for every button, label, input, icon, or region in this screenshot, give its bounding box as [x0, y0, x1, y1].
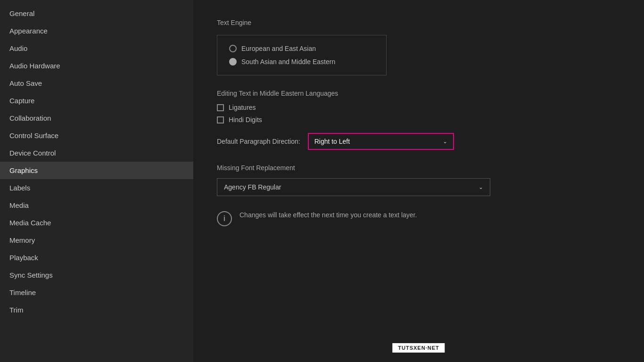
- radio-circle-south-asian: [229, 58, 237, 66]
- info-text: Changes will take effect the next time y…: [239, 210, 417, 220]
- sidebar-item-labels[interactable]: Labels: [0, 179, 193, 197]
- checkbox-box-hindi-digits: [217, 116, 224, 123]
- font-replacement-dropdown[interactable]: Agency FB Regular ⌄: [217, 178, 490, 196]
- info-note: i Changes will take effect the next time…: [217, 210, 620, 226]
- direction-row: Default Paragraph Direction: Right to Le…: [217, 133, 620, 150]
- sidebar-item-audio-hardware[interactable]: Audio Hardware: [0, 57, 193, 74]
- font-section: Missing Font Replacement Agency FB Regul…: [217, 164, 620, 196]
- font-section-title: Missing Font Replacement: [217, 164, 620, 172]
- watermark: TUTSXEN·NET: [392, 343, 445, 353]
- editing-section-title: Editing Text in Middle Eastern Languages: [217, 90, 620, 97]
- sidebar: GeneralAppearanceAudioAudio HardwareAuto…: [0, 0, 193, 362]
- sidebar-item-playback[interactable]: Playback: [0, 249, 193, 266]
- paragraph-direction-value: Right to Left: [314, 138, 350, 145]
- checkbox-box-ligatures: [217, 104, 224, 111]
- text-engine-title: Text Engine: [217, 19, 620, 26]
- checkbox-label-hindi-digits: Hindi Digits: [229, 116, 262, 123]
- info-icon-letter: i: [223, 214, 225, 223]
- radio-group: European and East Asian South Asian and …: [229, 45, 374, 66]
- sidebar-item-media-cache[interactable]: Media Cache: [0, 214, 193, 231]
- sidebar-item-control-surface[interactable]: Control Surface: [0, 127, 193, 144]
- main-content: Text Engine European and East Asian Sout…: [193, 0, 644, 362]
- radio-label-south-asian: South Asian and Middle Eastern: [241, 58, 335, 66]
- paragraph-direction-dropdown[interactable]: Right to Left ⌄: [308, 133, 454, 150]
- checkbox-group: Ligatures Hindi Digits: [217, 104, 620, 123]
- checkbox-hindi-digits[interactable]: Hindi Digits: [217, 116, 620, 123]
- sidebar-item-appearance[interactable]: Appearance: [0, 22, 193, 40]
- direction-label: Default Paragraph Direction:: [217, 138, 300, 145]
- font-chevron-down-icon: ⌄: [479, 184, 483, 190]
- radio-european[interactable]: European and East Asian: [229, 45, 374, 52]
- checkbox-ligatures[interactable]: Ligatures: [217, 104, 620, 111]
- sidebar-item-trim[interactable]: Trim: [0, 301, 193, 319]
- chevron-down-icon: ⌄: [443, 138, 447, 145]
- sidebar-item-collaboration[interactable]: Collaboration: [0, 109, 193, 127]
- sidebar-item-media[interactable]: Media: [0, 197, 193, 214]
- sidebar-item-graphics[interactable]: Graphics: [0, 162, 193, 179]
- radio-label-european: European and East Asian: [241, 45, 316, 52]
- sidebar-item-capture[interactable]: Capture: [0, 92, 193, 109]
- sidebar-item-memory[interactable]: Memory: [0, 231, 193, 249]
- sidebar-item-auto-save[interactable]: Auto Save: [0, 74, 193, 92]
- font-replacement-value: Agency FB Regular: [224, 183, 281, 191]
- text-engine-box: European and East Asian South Asian and …: [217, 35, 387, 75]
- radio-circle-european: [229, 45, 237, 52]
- sidebar-item-general[interactable]: General: [0, 5, 193, 22]
- editing-section: Editing Text in Middle Eastern Languages…: [217, 90, 620, 150]
- sidebar-item-timeline[interactable]: Timeline: [0, 284, 193, 301]
- info-icon: i: [217, 211, 232, 226]
- checkbox-label-ligatures: Ligatures: [229, 104, 256, 111]
- sidebar-item-device-control[interactable]: Device Control: [0, 144, 193, 162]
- radio-south-asian[interactable]: South Asian and Middle Eastern: [229, 58, 374, 66]
- sidebar-item-sync-settings[interactable]: Sync Settings: [0, 266, 193, 284]
- sidebar-item-audio[interactable]: Audio: [0, 40, 193, 57]
